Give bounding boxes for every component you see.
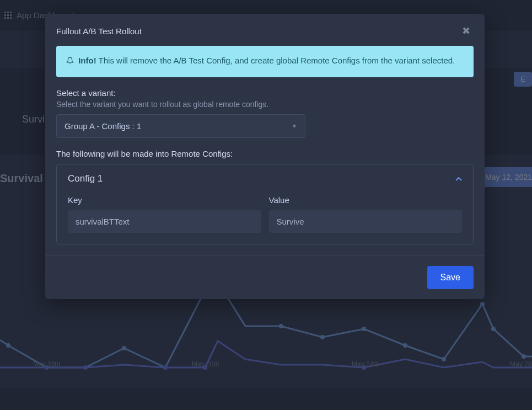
info-label: Info! [78, 56, 96, 65]
config-value-label: Value [269, 195, 463, 205]
save-button[interactable]: Save [427, 266, 474, 289]
close-icon[interactable]: ✖ [459, 24, 474, 38]
modal-footer: Save [45, 255, 485, 299]
modal-header: Fullout A/B Test Rollout ✖ [45, 14, 485, 46]
config-key-input[interactable] [68, 210, 261, 233]
variant-select-value: Group A - Configs : 1 [65, 121, 141, 131]
info-text: This will remove the A/B Test Config, an… [99, 56, 455, 65]
config-value-col: Value [269, 195, 463, 233]
config-accordion-header[interactable]: Config 1 [57, 164, 473, 193]
select-variant-sub: Select the variant you want to rollout a… [56, 100, 474, 109]
config-body: Key Value [57, 193, 473, 244]
rollout-modal: Fullout A/B Test Rollout ✖ Info! This wi… [45, 14, 485, 299]
modal-title: Fullout A/B Test Rollout [56, 26, 142, 36]
configs-intro-label: The following will be made into Remote C… [56, 149, 474, 158]
config-key-col: Key [68, 195, 261, 233]
select-variant-label: Select a variant: [56, 88, 474, 98]
variant-select[interactable]: Group A - Configs : 1 ▼ [56, 114, 305, 138]
config-key-label: Key [68, 195, 261, 205]
config-value-input[interactable] [269, 210, 463, 233]
info-alert: Info! This will remove the A/B Test Conf… [56, 46, 474, 77]
chevron-up-icon [455, 174, 462, 183]
bell-icon [66, 56, 74, 68]
caret-down-icon: ▼ [292, 123, 297, 129]
config-card: Config 1 Key Value [56, 164, 474, 244]
config-title: Config 1 [68, 173, 103, 184]
modal-body: Info! This will remove the A/B Test Conf… [45, 46, 485, 255]
